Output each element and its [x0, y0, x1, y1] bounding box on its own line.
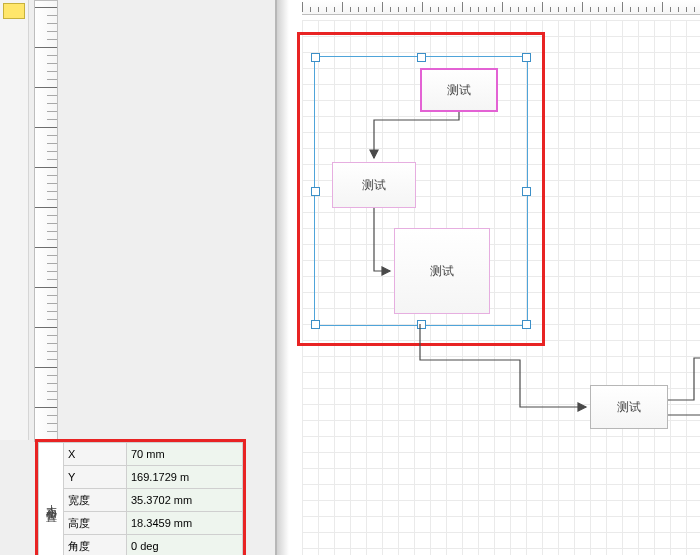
ruler-tick	[35, 407, 57, 408]
ruler-tick	[518, 7, 519, 12]
flow-node-1[interactable]: 测试	[420, 68, 498, 112]
handle-e[interactable]	[522, 187, 531, 196]
ruler-tick	[590, 7, 591, 12]
ruler-tick	[47, 343, 57, 344]
ruler-tick	[47, 31, 57, 32]
ruler-tick	[670, 7, 671, 12]
handle-sw[interactable]	[311, 320, 320, 329]
ruler-tick	[470, 7, 471, 12]
ruler-tick	[542, 2, 543, 12]
handle-s[interactable]	[417, 320, 426, 329]
prop-label-angle: 角度	[64, 535, 127, 556]
grid-area[interactable]: 测试 测试 测试 测试	[302, 20, 700, 555]
node-label: 测试	[430, 263, 454, 280]
ruler-tick	[47, 271, 57, 272]
ruler-tick	[382, 2, 383, 12]
ruler-tick	[47, 95, 57, 96]
flow-node-2[interactable]: 测试	[332, 162, 416, 208]
ruler-tick	[47, 359, 57, 360]
ruler-tick	[35, 327, 57, 328]
ruler-tick	[47, 303, 57, 304]
ruler-tick	[47, 183, 57, 184]
ruler-tick	[47, 335, 57, 336]
ruler-tick	[47, 263, 57, 264]
node-label: 测试	[362, 177, 386, 194]
prop-value-angle[interactable]: 0 deg	[127, 535, 243, 556]
ruler-tick	[694, 7, 695, 12]
ruler-tick	[35, 127, 57, 128]
properties-group-label: 大小和位置	[39, 443, 64, 556]
ruler-tick	[606, 7, 607, 12]
canvas-left-shadow	[277, 0, 289, 555]
ruler-tick	[494, 7, 495, 12]
ruler-tick	[47, 311, 57, 312]
ruler-tick	[350, 7, 351, 12]
ruler-tick	[638, 7, 639, 12]
ruler-tick	[598, 7, 599, 12]
ruler-tick	[47, 215, 57, 216]
ruler-tick	[47, 63, 57, 64]
flow-node-5[interactable]: 测试	[590, 385, 668, 429]
ruler-tick	[47, 39, 57, 40]
handle-se[interactable]	[522, 320, 531, 329]
ruler-tick	[622, 2, 623, 12]
ruler-tick	[35, 87, 57, 88]
ruler-tick	[47, 135, 57, 136]
drawing-canvas[interactable]: 测试 测试 测试 测试	[275, 0, 700, 555]
prop-value-y[interactable]: 169.1729 m	[127, 466, 243, 489]
prop-value-x[interactable]: 70 mm	[127, 443, 243, 466]
ruler-tick	[414, 7, 415, 12]
ruler-tick	[47, 151, 57, 152]
tool-tag-icon[interactable]	[3, 3, 25, 19]
ruler-tick	[374, 7, 375, 12]
ruler-tick	[566, 7, 567, 12]
ruler-tick	[47, 255, 57, 256]
ruler-tick	[47, 431, 57, 432]
ruler-tick	[310, 7, 311, 12]
handle-ne[interactable]	[522, 53, 531, 62]
ruler-tick	[35, 167, 57, 168]
ruler-tick	[35, 47, 57, 48]
ruler-tick	[318, 7, 319, 12]
ruler-tick	[662, 2, 663, 12]
ruler-tick	[486, 7, 487, 12]
ruler-tick	[342, 2, 343, 12]
vertical-ruler[interactable]	[34, 0, 58, 442]
ruler-tick	[558, 7, 559, 12]
ruler-tick	[47, 391, 57, 392]
flow-node-3[interactable]: 测试	[394, 228, 490, 314]
ruler-tick	[47, 79, 57, 80]
horizontal-ruler[interactable]	[302, 0, 700, 15]
ruler-tick	[47, 103, 57, 104]
ruler-tick	[47, 423, 57, 424]
ruler-tick	[35, 367, 57, 368]
ruler-tick	[47, 159, 57, 160]
ruler-tick	[47, 111, 57, 112]
ruler-tick	[686, 7, 687, 12]
prop-label-height: 高度	[64, 512, 127, 535]
handle-w[interactable]	[311, 187, 320, 196]
ruler-tick	[47, 375, 57, 376]
prop-value-width[interactable]: 35.3702 mm	[127, 489, 243, 512]
ruler-tick	[47, 415, 57, 416]
handle-n[interactable]	[417, 53, 426, 62]
ruler-tick	[47, 119, 57, 120]
ruler-tick	[446, 7, 447, 12]
ruler-tick	[47, 383, 57, 384]
ruler-tick	[462, 2, 463, 12]
ruler-tick	[406, 7, 407, 12]
ruler-tick	[47, 351, 57, 352]
prop-label-x: X	[64, 443, 127, 466]
ruler-tick	[47, 199, 57, 200]
ruler-tick	[646, 7, 647, 12]
ruler-tick	[630, 7, 631, 12]
ruler-tick	[654, 7, 655, 12]
ruler-tick	[422, 2, 423, 12]
prop-value-height[interactable]: 18.3459 mm	[127, 512, 243, 535]
ruler-tick	[510, 7, 511, 12]
ruler-tick	[678, 7, 679, 12]
ruler-tick	[358, 7, 359, 12]
tool-column	[0, 0, 29, 440]
ruler-tick	[430, 7, 431, 12]
handle-nw[interactable]	[311, 53, 320, 62]
